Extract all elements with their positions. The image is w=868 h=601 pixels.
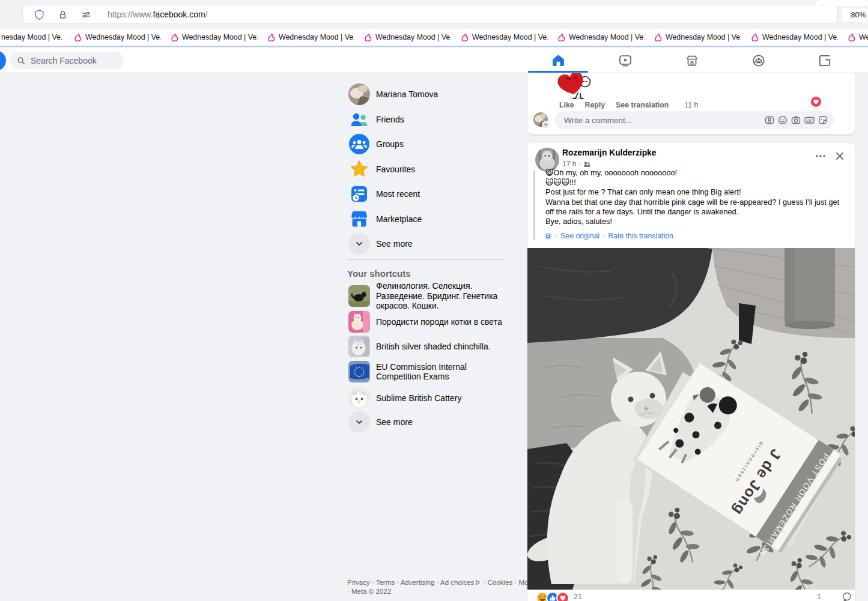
url-text: https://www.facebook.com/ — [108, 10, 208, 19]
comment-sticker-heart-hug[interactable] — [553, 73, 595, 100]
chevron-down-icon[interactable] — [542, 121, 550, 128]
post-photo[interactable]: J de Jong dierenartsen POST VOOR ROZEMAR… — [527, 248, 855, 590]
comment-timestamp: 11 h — [684, 101, 698, 109]
screenshot-root: https://www.facebook.com/ 80% nesday Moo… — [0, 0, 868, 601]
meta-separator — [578, 160, 581, 168]
bookmark-item[interactable]: Wednesday Mood | Ve... — [847, 33, 868, 42]
sticker-icon[interactable] — [818, 115, 828, 125]
nav-tab-home[interactable] — [528, 48, 588, 73]
footer-link-terms[interactable]: Terms — [370, 579, 395, 586]
footer-link-privacy[interactable]: Privacy — [347, 579, 370, 586]
shortcut-label: EU Commission Internal Competition Exams — [376, 362, 506, 382]
comment-count[interactable]: 1 — [817, 593, 821, 601]
marketplace-icon — [685, 53, 699, 68]
tracking-protection-shield-icon[interactable] — [34, 9, 45, 20]
chevron-down-icon — [348, 411, 370, 433]
see-original-link[interactable]: See original — [560, 232, 599, 240]
bookmark-item[interactable]: Wednesday Mood | Ve... — [73, 33, 161, 42]
friends-icon — [348, 109, 370, 130]
nav-tab-gaming[interactable] — [795, 48, 855, 73]
comment-composer[interactable]: GIF — [554, 111, 834, 129]
bookmark-item[interactable]: Wednesday Mood | Ve... — [460, 33, 548, 42]
gear-icon[interactable] — [544, 232, 552, 240]
shortcuts-title: Your shortcuts — [347, 268, 411, 279]
shortcuts-see-more[interactable]: See more — [348, 411, 506, 433]
sidebar-item-label: Friends — [376, 115, 506, 125]
close-icon — [834, 150, 846, 162]
post-author-name[interactable]: Rozemarijn Kulderzipke — [562, 148, 656, 157]
nav-tab-watch[interactable] — [595, 48, 655, 73]
shortcut-item[interactable]: EU Commission Internal Competition Exams — [348, 361, 506, 382]
comment-bubble-icon — [842, 592, 852, 601]
search-input[interactable] — [10, 52, 124, 69]
sidebar-item-friends[interactable]: Friends — [348, 109, 506, 130]
post-more-button[interactable] — [812, 148, 829, 165]
post-timestamp[interactable]: 17 h — [562, 160, 576, 168]
gif-icon[interactable]: GIF — [804, 115, 815, 125]
bookmark-item[interactable]: nesday Mood | Ve... — [1, 33, 62, 41]
translation-indicator-bar — [533, 170, 535, 240]
bookmark-item[interactable]: Wednesday Mood | Ve... — [750, 33, 838, 42]
sidebar-profile-name: Mariana Tomova — [376, 89, 506, 100]
bookmark-item[interactable]: Wednesday Mood | Ve... — [170, 33, 258, 42]
sidebar-item-groups[interactable]: Groups — [348, 133, 506, 155]
footer-link-ad-choices[interactable]: Ad choices — [435, 579, 482, 586]
facebook-navbar — [0, 48, 868, 73]
groups-icon — [751, 53, 766, 68]
bookmark-item[interactable]: Wednesday Mood | Ve... — [654, 33, 741, 42]
shortcut-item[interactable]: Sublime British Cattery — [348, 387, 506, 409]
url-bar[interactable]: https://www.facebook.com/ — [23, 5, 837, 23]
bookmark-favicon — [73, 33, 82, 42]
see-translation-button[interactable]: See translation — [616, 101, 669, 109]
shortcut-item[interactable]: Фелинология. Селекция. Разведение. Бриди… — [348, 285, 506, 307]
permissions-icon[interactable] — [80, 9, 92, 20]
translation-controls: See original Rate this translation — [544, 232, 673, 240]
sidebar-item-profile[interactable]: Mariana Tomova — [348, 83, 506, 105]
facebook-logo[interactable] — [0, 50, 6, 71]
sidebar-item-most-recent[interactable]: Most recent — [348, 183, 506, 205]
avatar — [348, 83, 370, 105]
shortcut-thumbnail — [348, 311, 370, 333]
post-text-line: Bye, adios, salutes! — [545, 217, 845, 226]
sidebar-item-label: Marketplace — [376, 214, 506, 225]
post-text-line: Wanna bet that one day that horrible pin… — [545, 198, 845, 217]
active-tab-underline — [528, 71, 588, 73]
see-more-label: See more — [376, 417, 506, 427]
bookmark-favicon — [170, 33, 178, 42]
lock-icon[interactable] — [57, 9, 68, 20]
sidebar-item-marketplace[interactable]: Marketplace — [348, 208, 506, 230]
shortcut-item[interactable]: Породисти породи котки в света — [348, 311, 506, 333]
bookmark-item[interactable]: Wednesday Mood | Ve... — [557, 33, 645, 42]
reaction-count: 21 — [574, 591, 582, 601]
reply-button[interactable]: Reply — [585, 101, 605, 109]
sidebar-item-favourites[interactable]: Favourites — [348, 159, 506, 180]
bookmark-item[interactable]: Wednesday Mood | Ve... — [363, 33, 451, 42]
emoji-icon[interactable] — [778, 115, 788, 125]
footer-link-cookies[interactable]: Cookies — [481, 579, 512, 586]
avatar-sticker-icon[interactable] — [765, 115, 774, 125]
post-reactions[interactable]: 21 — [536, 591, 582, 601]
post-meta: 17 h — [562, 160, 590, 168]
shortcut-thumbnail — [348, 336, 370, 357]
nav-tab-groups[interactable] — [729, 48, 789, 73]
search-icon — [17, 56, 25, 65]
post-close-button[interactable] — [831, 148, 848, 165]
rate-translation-link[interactable]: Rate this translation — [608, 232, 673, 240]
camera-icon[interactable] — [791, 115, 801, 125]
shortcut-item[interactable]: British silver shaded chinchilla. — [348, 336, 506, 357]
like-button[interactable]: Like — [559, 101, 574, 109]
comment-input[interactable] — [563, 115, 765, 125]
nav-tab-marketplace[interactable] — [662, 48, 722, 73]
post-text-line: 🙀Oh my, oh my, oooooooh nooooooo! — [545, 168, 845, 178]
zoom-indicator[interactable]: 80% — [842, 8, 868, 22]
bookmark-item[interactable]: Wednesday Mood | Ve... — [267, 33, 354, 42]
shortcut-label: British silver shaded chinchilla. — [376, 342, 506, 352]
love-reaction-badge[interactable] — [810, 95, 822, 108]
favourites-icon — [348, 159, 370, 180]
post-text-line: 🙀🙀🙀!!! — [545, 178, 845, 187]
sidebar-see-more[interactable]: See more — [348, 233, 506, 255]
search-field[interactable] — [29, 55, 116, 66]
bookmark-favicon — [557, 33, 565, 42]
see-more-label: See more — [376, 239, 506, 249]
footer-link-advertising[interactable]: Advertising — [395, 579, 434, 586]
